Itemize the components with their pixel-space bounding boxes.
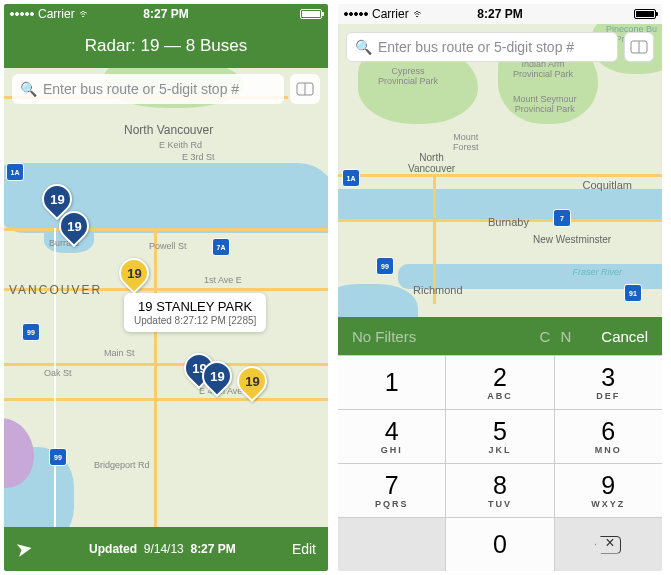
- status-time: 8:27 PM: [477, 7, 522, 21]
- status-bar: Carrierᯤ 8:27 PM: [338, 4, 662, 24]
- search-icon: 🔍: [20, 81, 37, 97]
- status-bar: Carrierᯤ 8:27 PM: [4, 4, 328, 24]
- search-icon: 🔍: [355, 39, 372, 55]
- wifi-icon: ᯤ: [413, 7, 425, 21]
- status-time: 8:27 PM: [143, 7, 188, 21]
- search-wrap: 🔍Enter bus route or 5-digit stop #: [338, 26, 662, 68]
- key-blank: [338, 518, 446, 571]
- key-3[interactable]: 3DEF: [555, 356, 662, 410]
- battery-icon: [634, 9, 656, 19]
- bookmark-button[interactable]: [290, 74, 320, 104]
- no-filters-label[interactable]: No Filters: [352, 328, 416, 345]
- key-1[interactable]: 1: [338, 356, 446, 410]
- key-delete[interactable]: [555, 518, 662, 571]
- filter-bar: No Filters C N Cancel: [338, 317, 662, 355]
- key-6[interactable]: 6MNO: [555, 410, 662, 464]
- filter-n[interactable]: N: [560, 328, 571, 345]
- key-8[interactable]: 8TUV: [446, 464, 554, 518]
- key-2[interactable]: 2ABC: [446, 356, 554, 410]
- backspace-icon: [595, 536, 621, 554]
- cancel-button[interactable]: Cancel: [601, 328, 648, 345]
- wifi-icon: ᯤ: [79, 7, 91, 21]
- key-9[interactable]: 9WXYZ: [555, 464, 662, 518]
- bookmark-button[interactable]: [624, 32, 654, 62]
- signal-icon: [344, 12, 368, 16]
- locate-icon[interactable]: ➤: [14, 536, 35, 563]
- filter-c[interactable]: C: [540, 328, 551, 345]
- bottom-toolbar: ➤ Updated 9/14/13 8:27 PM Edit: [4, 527, 328, 571]
- edit-button[interactable]: Edit: [292, 541, 316, 557]
- search-input[interactable]: 🔍Enter bus route or 5-digit stop #: [12, 74, 284, 104]
- key-4[interactable]: 4GHI: [338, 410, 446, 464]
- phone-left: Carrierᯤ 8:27 PM Radar: 19 — 8 Buses Upp…: [4, 4, 328, 571]
- map-view[interactable]: Upper Levels Hwy North Vancouver E Keith…: [4, 68, 328, 527]
- phone-right: Carrierᯤ 8:27 PM Cypress Provincial Park…: [338, 4, 662, 571]
- search-input[interactable]: 🔍Enter bus route or 5-digit stop #: [346, 32, 618, 62]
- updated-label: Updated 9/14/13 8:27 PM: [33, 542, 292, 556]
- key-7[interactable]: 7PQRS: [338, 464, 446, 518]
- pin-callout[interactable]: 19 STANLEY PARK Updated 8:27:12 PM [2285…: [124, 293, 266, 332]
- search-wrap: 🔍Enter bus route or 5-digit stop #: [4, 68, 328, 110]
- battery-icon: [300, 9, 322, 19]
- page-title: Radar: 19 — 8 Buses: [4, 24, 328, 68]
- signal-icon: [10, 12, 34, 16]
- key-0[interactable]: 0: [446, 518, 554, 571]
- key-5[interactable]: 5JKL: [446, 410, 554, 464]
- keypad: 1 2ABC 3DEF 4GHI 5JKL 6MNO 7PQRS 8TUV 9W…: [338, 355, 662, 571]
